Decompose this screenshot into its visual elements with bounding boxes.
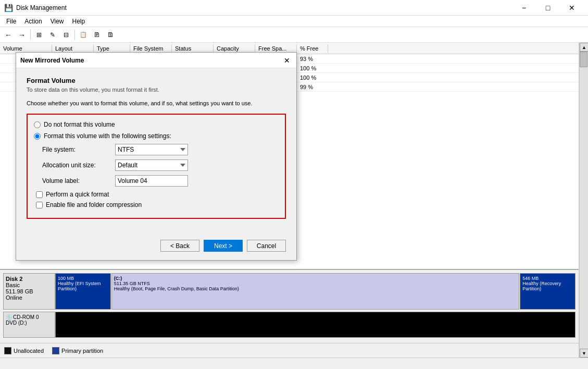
quick-format-option: Perform a quick format [36, 191, 279, 198]
compression-checkbox[interactable] [36, 202, 43, 208]
allocation-select[interactable]: Default 512 1024 2048 4096 [115, 159, 188, 171]
format-radio[interactable] [34, 133, 41, 140]
next-button[interactable]: Next > [204, 240, 243, 252]
modal-titlebar: New Mirrored Volume ✕ [16, 53, 296, 68]
file-system-select[interactable]: NTFS FAT32 exFAT [115, 144, 188, 155]
format-instruction: Choose whether you want to format this v… [27, 100, 286, 106]
back-button[interactable]: < Back [160, 240, 199, 252]
modal-footer: < Back Next > Cancel [16, 236, 296, 260]
quick-format-label[interactable]: Perform a quick format [46, 191, 109, 198]
compression-label[interactable]: Enable file and folder compression [46, 201, 142, 208]
modal-body: Format Volume To store data on this volu… [16, 68, 296, 236]
compression-option: Enable file and folder compression [36, 201, 279, 208]
format-option: Format this volume with the following se… [34, 132, 279, 140]
modal-title: New Mirrored Volume [20, 57, 84, 64]
file-system-label: File system: [42, 146, 115, 153]
quick-format-checkbox[interactable] [36, 191, 43, 198]
format-options-box: Do not format this volume Format this vo… [27, 114, 286, 219]
no-format-radio[interactable] [34, 121, 41, 128]
allocation-label: Allocation unit size: [42, 162, 115, 169]
format-title: Format Volume [27, 77, 286, 84]
modal-dialog: New Mirrored Volume ✕ Format Volume To s… [16, 52, 297, 261]
volume-label-input[interactable] [115, 175, 188, 187]
allocation-row: Allocation unit size: Default 512 1024 2… [42, 159, 279, 171]
volume-label-row: Volume label: [42, 175, 279, 187]
modal-overlay: New Mirrored Volume ✕ Format Volume To s… [0, 0, 588, 369]
modal-close-button[interactable]: ✕ [282, 55, 292, 66]
no-format-label[interactable]: Do not format this volume [44, 121, 115, 128]
cancel-button[interactable]: Cancel [247, 240, 286, 252]
no-format-option: Do not format this volume [34, 121, 279, 128]
format-label[interactable]: Format this volume with the following se… [44, 132, 171, 140]
file-system-row: File system: NTFS FAT32 exFAT [42, 144, 279, 155]
volume-label-label: Volume label: [42, 177, 115, 185]
format-subtitle: To store data on this volume, you must f… [27, 87, 286, 93]
